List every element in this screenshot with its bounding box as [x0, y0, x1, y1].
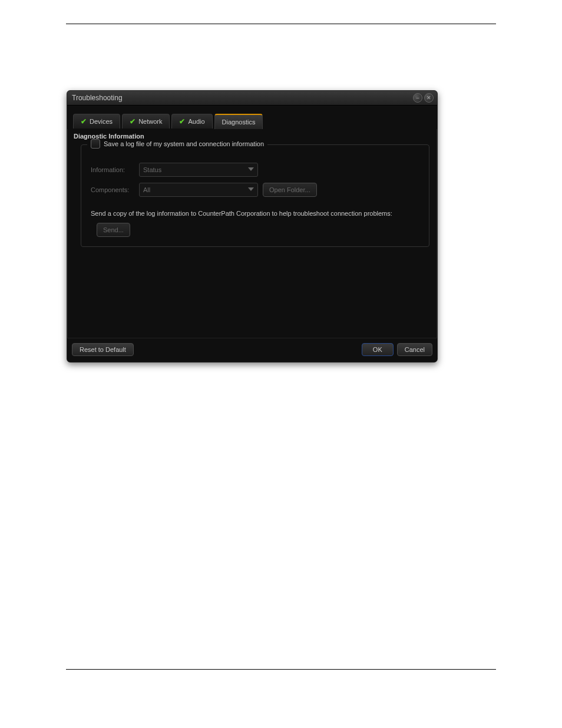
check-icon: ✔ [130, 117, 135, 126]
information-select[interactable]: Status [139, 163, 258, 177]
send-description: Send a copy of the log information to Co… [91, 210, 419, 217]
components-row: Components: All Open Folder... [91, 183, 419, 197]
fieldset-legend: Save a log file of my system and connect… [87, 139, 267, 149]
horizontal-rule-bottom [66, 669, 496, 670]
check-icon: ✔ [179, 117, 185, 126]
components-value: All [143, 186, 150, 193]
open-folder-button[interactable]: Open Folder... [263, 183, 317, 197]
svg-marker-0 [248, 167, 254, 171]
footer-right: OK Cancel [362, 343, 432, 356]
components-select[interactable]: All [139, 183, 258, 197]
dialog-title: Troubleshooting [72, 94, 123, 102]
components-label: Components: [91, 186, 134, 193]
log-fieldset: Save a log file of my system and connect… [81, 144, 429, 247]
tab-network[interactable]: ✔ Network [122, 114, 170, 129]
content-panel: Diagnostic Information Save a log file o… [67, 129, 437, 338]
cancel-button[interactable]: Cancel [397, 343, 432, 356]
send-button[interactable]: Send... [97, 223, 130, 237]
tab-label: Devices [90, 118, 113, 125]
close-button[interactable]: ✕ [424, 93, 434, 103]
save-log-checkbox[interactable] [91, 139, 100, 149]
svg-marker-1 [248, 187, 254, 191]
tab-devices[interactable]: ✔ Devices [73, 114, 120, 129]
ok-button[interactable]: OK [362, 343, 394, 356]
tab-label: Diagnostics [222, 118, 256, 126]
tab-label: Audio [188, 118, 204, 125]
information-row: Information: Status [91, 163, 419, 177]
chevron-down-icon [248, 186, 254, 193]
tab-label: Network [138, 118, 162, 125]
troubleshooting-dialog: Troubleshooting – ✕ ✔ Devices ✔ Network … [67, 90, 438, 363]
send-label: Send... [103, 226, 124, 233]
minimize-button[interactable]: – [413, 93, 422, 103]
tab-audio[interactable]: ✔ Audio [171, 114, 212, 129]
reset-to-default-button[interactable]: Reset to Default [72, 343, 134, 356]
checkbox-label: Save a log file of my system and connect… [104, 140, 264, 147]
titlebar: Troubleshooting – ✕ [67, 91, 437, 106]
open-folder-label: Open Folder... [269, 186, 310, 193]
information-label: Information: [91, 166, 134, 173]
minimize-icon: – [416, 95, 419, 101]
tab-bar: ✔ Devices ✔ Network ✔ Audio Diagnostics [67, 106, 437, 129]
information-value: Status [143, 166, 161, 173]
titlebar-buttons: – ✕ [413, 93, 434, 103]
tab-diagnostics[interactable]: Diagnostics [214, 114, 263, 129]
check-icon: ✔ [81, 117, 87, 126]
horizontal-rule-top [66, 24, 496, 24]
dialog-footer: Reset to Default OK Cancel [67, 338, 437, 362]
cancel-label: Cancel [405, 346, 425, 353]
chevron-down-icon [248, 166, 254, 173]
reset-label: Reset to Default [80, 346, 126, 353]
ok-label: OK [373, 346, 382, 353]
close-icon: ✕ [427, 95, 431, 101]
